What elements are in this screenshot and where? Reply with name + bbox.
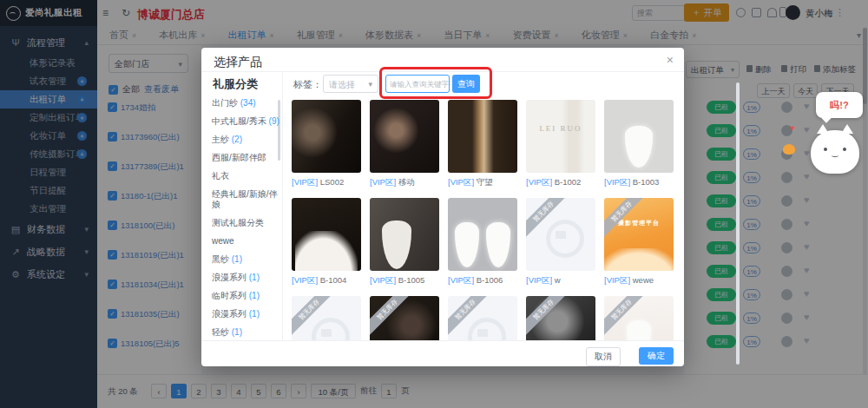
- product-photo: [370, 198, 439, 271]
- category-list: 出门纱 (34) 中式礼服/秀禾 (9) 主纱 (2) 西服/新郎伴郎 礼衣 经…: [212, 98, 279, 345]
- product-photo: 摄影管理平台 暂无库存: [604, 198, 674, 271]
- product-photo: [448, 100, 517, 173]
- tag-label: 标签：: [293, 78, 322, 91]
- confirm-button[interactable]: 确定: [639, 347, 674, 365]
- heart-icon: ♥: [790, 123, 795, 133]
- product-card[interactable]: [VIP区] B-1006: [448, 198, 517, 288]
- product-card[interactable]: LEI RUO [VIP区] B-1002: [526, 100, 595, 190]
- cancel-button[interactable]: 取消: [586, 347, 621, 366]
- category-item[interactable]: 浪漫系列 (1): [212, 273, 279, 283]
- product-card[interactable]: [VIP区] B-1004: [292, 198, 361, 288]
- poster-text: LEI RUO: [526, 124, 595, 133]
- product-photo-placeholder: 暂无库存: [292, 296, 361, 340]
- no-stock-ribbon: 暂无库存: [526, 296, 575, 340]
- product-photo: [292, 100, 361, 173]
- product-card[interactable]: 暂无库存: [604, 296, 674, 340]
- product-photo-placeholder: 暂无库存: [526, 198, 595, 271]
- product-photo: LEI RUO: [526, 100, 595, 173]
- product-card[interactable]: [VIP区] B-1003: [604, 100, 674, 190]
- camera-icon: [546, 220, 584, 258]
- product-card[interactable]: [VIP区] LS002: [292, 100, 361, 190]
- chevron-down-icon: ▾: [368, 76, 372, 94]
- product-photo: [604, 100, 674, 173]
- category-item[interactable]: 出门纱 (34): [212, 98, 279, 109]
- product-photo: 暂无库存: [604, 296, 674, 340]
- close-icon[interactable]: ×: [667, 53, 674, 67]
- category-panel-title: 礼服分类: [213, 76, 258, 92]
- product-photo: [448, 198, 517, 271]
- product-grid: [VIP区] LS002 [VIP区] 移动 [VIP区] 守望 LEI RUO…: [292, 100, 674, 340]
- mascot-accessory: [783, 144, 795, 155]
- category-item[interactable]: 中式礼服/秀禾 (9): [212, 116, 279, 127]
- product-card[interactable]: 暂无库存: [448, 296, 517, 340]
- product-photo: [370, 100, 439, 173]
- category-item[interactable]: 礼衣: [212, 171, 279, 181]
- product-card[interactable]: 暂无库存: [292, 296, 361, 340]
- product-photo: 暂无库存: [526, 296, 595, 340]
- category-item[interactable]: 经典礼服/新娘/伴娘: [212, 189, 279, 210]
- product-photo-placeholder: 暂无库存: [448, 296, 517, 340]
- no-stock-ribbon: 暂无库存: [370, 296, 419, 340]
- category-item[interactable]: 轻纱 (1): [212, 327, 279, 338]
- category-item[interactable]: 西服/新郎伴郎: [212, 153, 279, 163]
- dialog-footer: 取消 确定: [201, 340, 684, 366]
- product-card[interactable]: [VIP区] 守望: [448, 100, 517, 190]
- category-item[interactable]: 测试礼服分类: [212, 218, 279, 228]
- divider: [282, 71, 283, 340]
- cat-mascot: [811, 130, 859, 174]
- category-item[interactable]: 主纱 (2): [212, 135, 279, 145]
- table-scrollbar[interactable]: [736, 82, 740, 365]
- product-card[interactable]: [VIP区] B-1005: [370, 198, 439, 288]
- tag-select[interactable]: 请选择▾: [323, 75, 378, 93]
- camera-icon: [468, 318, 506, 340]
- speech-bubble: 吗!?: [816, 92, 863, 118]
- category-item[interactable]: 黑纱 (1): [212, 254, 279, 265]
- product-photo: 暂无库存: [370, 296, 439, 340]
- product-card[interactable]: 暂无库存: [370, 296, 439, 340]
- product-card[interactable]: 暂无库存: [526, 296, 595, 340]
- dialog-title: 选择产品: [214, 55, 262, 70]
- product-card[interactable]: 摄影管理平台 暂无库存 [VIP区] wewe: [604, 198, 674, 288]
- category-item[interactable]: wewe: [212, 236, 279, 247]
- camera-icon: [312, 318, 350, 340]
- product-photo: [292, 198, 361, 271]
- product-card[interactable]: 暂无库存 [VIP区] w: [526, 198, 595, 288]
- product-card[interactable]: [VIP区] 移动: [370, 100, 439, 190]
- category-item[interactable]: 临时系列 (1): [212, 291, 279, 301]
- category-item[interactable]: 浪漫系列 (1): [212, 309, 279, 319]
- annotation-highlight: [379, 67, 492, 99]
- mascot-sticker: 吗!? ♥: [781, 92, 865, 189]
